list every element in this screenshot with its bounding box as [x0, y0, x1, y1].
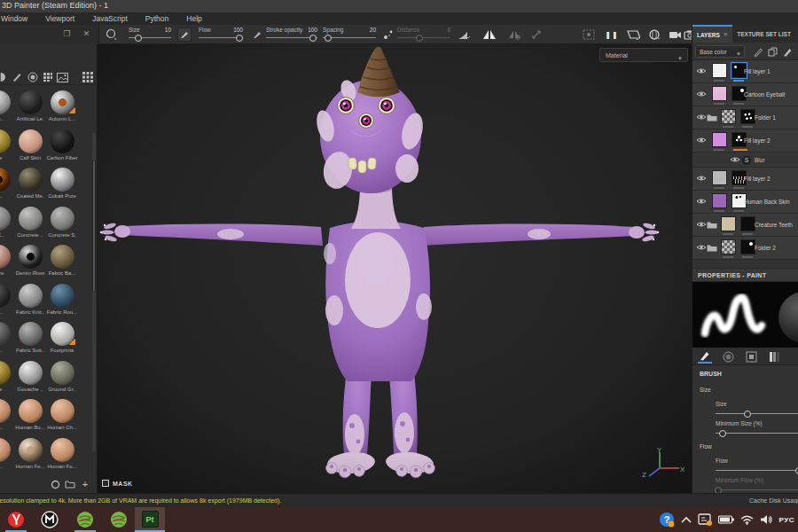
tray-help-icon[interactable]: ?	[659, 512, 675, 528]
layer-mask-thumbnail[interactable]	[740, 216, 755, 231]
tray-volume-icon[interactable]	[760, 514, 773, 525]
filter-material-icon[interactable]	[0, 71, 7, 83]
material-item[interactable]: Fabric Rou...	[46, 282, 78, 321]
panel-float-icon[interactable]: ❐	[62, 29, 72, 39]
material-item[interactable]: en..	[0, 282, 14, 321]
environment-icon[interactable]	[648, 27, 662, 42]
open-folder-icon[interactable]	[64, 478, 76, 490]
visibility-eye-icon[interactable]	[696, 67, 707, 74]
material-item[interactable]: Pure	[0, 243, 14, 282]
language-indicator[interactable]: РУС	[779, 516, 794, 524]
taskbar-app4-icon[interactable]	[110, 511, 128, 528]
folder-icon[interactable]	[707, 221, 717, 229]
visibility-eye-icon[interactable]	[696, 221, 707, 228]
visibility-eye-icon[interactable]	[696, 113, 707, 121]
prop-size-knob[interactable]	[744, 411, 751, 418]
layer-thumbnail[interactable]	[721, 109, 736, 124]
tray-chevron-up-icon[interactable]	[681, 516, 692, 523]
layer-effect-row-blur[interactable]: S Blur	[692, 153, 798, 168]
material-item[interactable]: Coated Me.	[14, 166, 46, 205]
menu-window[interactable]: Window	[0, 14, 36, 23]
shelf-scrollbar[interactable]	[92, 133, 96, 452]
material-item[interactable]: e C..	[0, 205, 14, 244]
visibility-eye-icon[interactable]	[730, 156, 740, 163]
material-item[interactable]: Ey..	[0, 166, 14, 205]
tab-layers[interactable]: LAYERS ✕	[692, 25, 732, 43]
copy-layer-icon[interactable]	[767, 46, 778, 57]
material-item[interactable]: Be..	[0, 397, 14, 436]
tool-gradient-icon[interactable]	[767, 349, 781, 364]
prop-min-size-knob[interactable]	[719, 430, 726, 437]
layer-thumbnail[interactable]	[712, 86, 727, 101]
layer-mask-thumbnail[interactable]	[740, 109, 755, 124]
panel-close-icon[interactable]: ✕	[82, 29, 91, 39]
menu-javascript[interactable]: JavaScript	[83, 14, 137, 23]
lazy-mouse-icon[interactable]	[530, 27, 544, 42]
mask-indicator[interactable]: MASK	[102, 478, 133, 489]
layer-row-creature-teeth[interactable]: Creature Teeth	[692, 214, 798, 237]
brush-preset-2-icon[interactable]	[250, 27, 264, 42]
falloff-icon[interactable]	[458, 27, 472, 42]
scatter-icon[interactable]	[381, 27, 395, 42]
layer-thumbnail[interactable]	[712, 193, 727, 208]
taskbar-app3-icon[interactable]	[76, 511, 94, 528]
material-item[interactable]: Concrete ..	[14, 205, 46, 244]
visibility-eye-icon[interactable]	[696, 90, 707, 98]
material-item[interactable]: ure	[0, 359, 14, 398]
prop-size-slider[interactable]	[716, 413, 798, 414]
brush-preset-icon[interactable]	[177, 27, 192, 42]
stroke-opacity-knob[interactable]	[309, 35, 317, 42]
layer-thumbnail[interactable]	[721, 216, 736, 231]
layer-row-fill-layer-2b[interactable]: Fill layer 2	[692, 168, 798, 191]
material-item[interactable]: Artificial Le.	[14, 89, 46, 128]
layer-row-fill-layer-2[interactable]: Fill layer 2	[692, 129, 798, 153]
layer-row-folder-1[interactable]: Folder 1	[692, 106, 798, 129]
material-item[interactable]: Human Bu...	[14, 397, 46, 436]
material-item[interactable]: oft..	[0, 320, 14, 359]
tray-battery-icon[interactable]	[718, 515, 734, 524]
material-item[interactable]: Carbon Fiber	[46, 128, 78, 167]
spacing-slider[interactable]: Spacing 20	[323, 27, 376, 43]
material-item[interactable]: Footprints	[46, 320, 78, 359]
menu-help[interactable]: Help	[177, 14, 210, 23]
flow-slider[interactable]: Flow 100	[199, 27, 243, 43]
layer-thumbnail[interactable]	[721, 239, 736, 254]
filter-brush-icon[interactable]	[11, 71, 23, 83]
tool-stencil-icon[interactable]	[744, 349, 758, 364]
folder-icon[interactable]	[707, 244, 717, 252]
pause-engine-icon[interactable]: ❚❚	[605, 27, 619, 42]
camera-view-icon[interactable]	[669, 27, 683, 42]
size-slider[interactable]: Size 10	[129, 27, 171, 43]
material-item[interactable]: Calf Skin	[14, 128, 46, 167]
add-resource-icon[interactable]: +	[79, 478, 91, 490]
material-item[interactable]: ure	[0, 128, 14, 167]
spacing-knob[interactable]	[325, 35, 332, 42]
pen-filter-icon[interactable]	[753, 46, 763, 57]
size-track[interactable]	[129, 37, 171, 38]
material-item[interactable]: Human Fe...	[14, 436, 46, 475]
visibility-eye-icon[interactable]	[696, 244, 707, 251]
paint-filter-icon[interactable]	[782, 46, 793, 57]
material-item[interactable]: Fabric Ba...	[46, 243, 78, 282]
material-item[interactable]: Fa..	[0, 436, 14, 475]
visibility-eye-icon[interactable]	[696, 175, 707, 182]
material-item[interactable]: Human Fo...	[46, 436, 78, 475]
material-item[interactable]: Concrete S.	[46, 205, 78, 244]
menu-python[interactable]: Python	[137, 14, 177, 23]
material-item[interactable]: Human Ch...	[46, 397, 78, 436]
viewport-3d[interactable]: Material ▼ MASK Y X Z	[98, 44, 692, 493]
material-item[interactable]: Cobalt Pure	[46, 166, 78, 205]
filter-texture-icon[interactable]	[42, 71, 54, 83]
grid-view-icon[interactable]	[82, 71, 94, 83]
brush-shape-icon[interactable]	[105, 27, 119, 42]
layer-thumbnail[interactable]	[712, 132, 727, 147]
projection-icon[interactable]	[582, 27, 596, 42]
material-item[interactable]: Ground Gr..	[46, 359, 78, 398]
menu-viewport[interactable]: Viewport	[36, 14, 83, 23]
layer-row-fill-layer-1[interactable]: Fill layer 1	[692, 60, 798, 83]
material-item[interactable]: Autumn L...	[46, 89, 78, 128]
tool-alpha-icon[interactable]	[721, 349, 735, 364]
taskbar-painter-button[interactable]: Pt	[135, 507, 165, 530]
material-item[interactable]: um..	[0, 89, 14, 128]
symmetry-radial-icon[interactable]	[507, 27, 521, 42]
